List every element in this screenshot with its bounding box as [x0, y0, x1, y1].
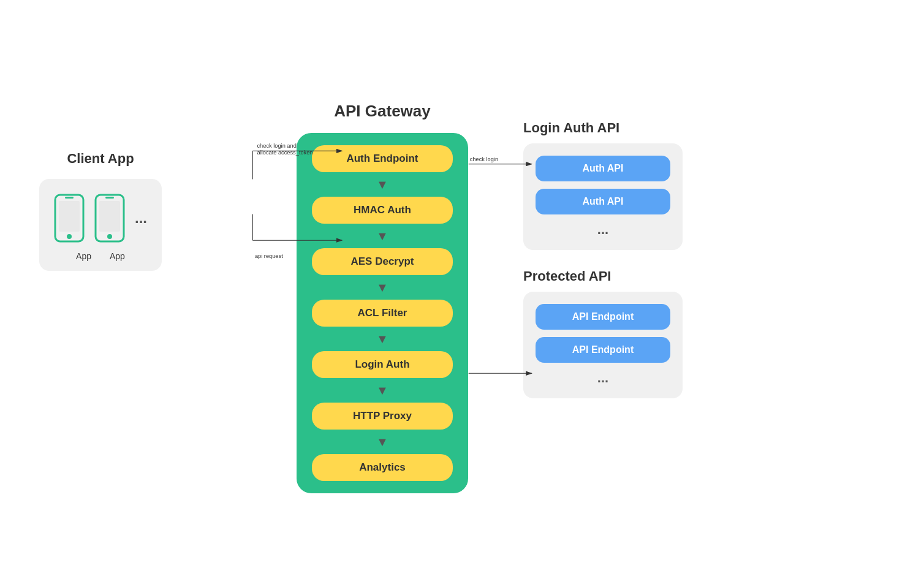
arrow-down-1: ▼ — [376, 178, 388, 191]
svg-point-6 — [107, 234, 112, 239]
diagram-container: Client App — [33, 83, 891, 493]
gateway-node-aes: AES Decrypt — [312, 248, 453, 275]
svg-rect-5 — [99, 201, 120, 232]
phone-icon-1 — [54, 194, 85, 243]
gateway-node-http: HTTP Proxy — [312, 403, 453, 430]
protected-api-dots: ... — [597, 370, 608, 386]
gateway-box: Auth Endpoint ▼ HMAC Auth ▼ AES Decrypt … — [297, 133, 468, 493]
gateway-node-hmac: HMAC Auth — [312, 197, 453, 224]
api-endpoint-node-1: API Endpoint — [536, 304, 670, 330]
client-app-title: Client App — [67, 151, 134, 167]
gateway-section: API Gateway Auth Endpoint ▼ HMAC Auth ▼ … — [290, 102, 474, 493]
protected-api-box: API Endpoint API Endpoint ... — [523, 292, 683, 398]
phones-row: ... — [54, 194, 147, 243]
login-auth-dots: ... — [597, 222, 608, 238]
app-label-2: App — [110, 251, 125, 261]
auth-api-node-2: Auth API — [536, 189, 670, 214]
client-app-box: ... App App — [39, 179, 162, 271]
gateway-title: API Gateway — [334, 102, 431, 121]
right-apis: Login Auth API Auth API Auth API ... Pro… — [523, 120, 683, 398]
protected-api-title: Protected API — [523, 268, 683, 284]
client-dots: ... — [135, 210, 147, 227]
login-auth-api-section: Login Auth API Auth API Auth API ... — [523, 120, 683, 250]
svg-rect-1 — [59, 201, 80, 232]
app-label-1: App — [76, 251, 91, 261]
arrow-down-5: ▼ — [376, 384, 388, 396]
gateway-node-login: Login Auth — [312, 351, 453, 378]
phone-icon-2 — [94, 194, 125, 243]
auth-api-node-1: Auth API — [536, 156, 670, 181]
svg-rect-3 — [65, 197, 74, 199]
protected-api-section: Protected API API Endpoint API Endpoint … — [523, 268, 683, 398]
login-auth-api-box: Auth API Auth API ... — [523, 143, 683, 250]
api-endpoint-node-2: API Endpoint — [536, 337, 670, 363]
app-labels: App App — [76, 251, 125, 261]
login-auth-api-title: Login Auth API — [523, 120, 683, 136]
gateway-node-acl: ACL Filter — [312, 300, 453, 327]
gateway-node-analytics: Analytics — [312, 454, 453, 481]
arrow-down-3: ▼ — [376, 281, 388, 294]
arrow-down-4: ▼ — [376, 333, 388, 345]
svg-rect-7 — [105, 197, 114, 199]
gateway-node-auth-endpoint: Auth Endpoint — [312, 145, 453, 172]
arrow-down-6: ▼ — [376, 436, 388, 448]
client-app-section: Client App — [33, 151, 168, 271]
svg-point-2 — [67, 234, 72, 239]
arrow-down-2: ▼ — [376, 230, 388, 242]
